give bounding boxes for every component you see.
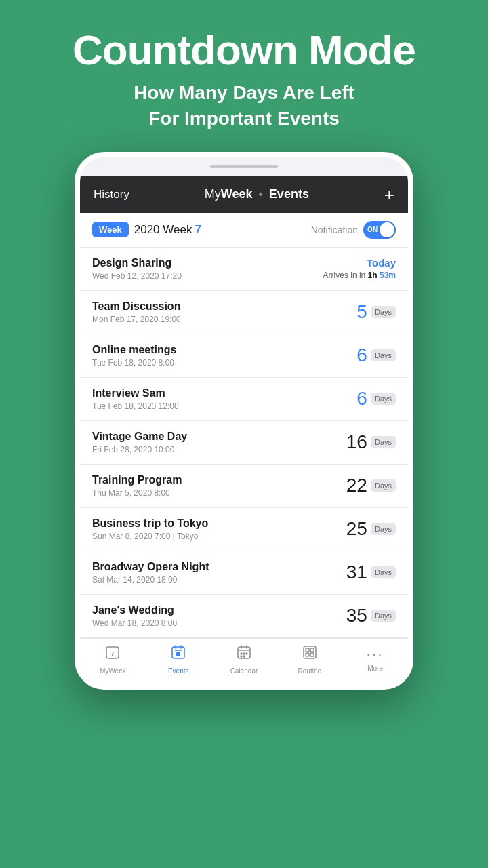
event-date: Mon Feb 17, 2020 19:00 (92, 315, 342, 324)
routine-nav-label: Routine (298, 667, 321, 675)
event-count: 35 (346, 605, 367, 627)
days-badge: Days (371, 306, 396, 318)
event-date: Tue Feb 18, 2020 12:00 (92, 401, 342, 411)
event-right: Today Arrives in in 1h 53m (323, 257, 396, 280)
event-date: Sun Mar 8, 2020 7:00 | Tokyo (92, 532, 342, 541)
svg-rect-14 (310, 653, 314, 656)
event-date: Wed Mar 18, 2020 8:00 (92, 618, 342, 628)
event-name: Training Program (92, 474, 342, 486)
routine-icon (302, 644, 318, 665)
days-badge: Days (371, 436, 396, 448)
toggle-knob (380, 222, 394, 237)
notch-bar (210, 165, 278, 168)
event-right: 5Days (342, 301, 396, 323)
myweek-icon: 7 (104, 644, 121, 665)
event-item[interactable]: Training ProgramThu Mar 5, 2020 8:0022Da… (80, 465, 408, 508)
event-count: 5 (357, 301, 367, 323)
event-left: Online meetingsTue Feb 18, 2020 8:00 (92, 344, 342, 368)
toggle-on-label: ON (367, 226, 378, 233)
myweek-nav-label: MyWeek (100, 667, 126, 675)
nav-item-routine[interactable]: Routine (277, 644, 342, 675)
notification-label: Notification (311, 224, 358, 235)
today-label: Today (323, 257, 396, 269)
nav-item-calendar[interactable]: Calendar (211, 644, 277, 675)
event-left: Vintage Game DayFri Feb 28, 2020 10:00 (92, 431, 342, 454)
event-date: Tue Feb 18, 2020 8:00 (92, 358, 342, 368)
nav-item-events[interactable]: Events (146, 644, 211, 675)
phone-frame: History MyWeek • Events + Week 2020 Week… (75, 152, 413, 690)
event-item[interactable]: Jane's WeddingWed Mar 18, 2020 8:0035Day… (80, 595, 408, 638)
event-right: 31Days (342, 561, 396, 583)
hero-title: Countdown Mode (14, 27, 474, 73)
svg-point-9 (243, 656, 245, 657)
event-item[interactable]: Vintage Game DayFri Feb 28, 2020 10:0016… (80, 421, 408, 465)
event-left: Interview SamTue Feb 18, 2020 12:00 (92, 387, 342, 411)
event-count: 22 (346, 475, 367, 496)
event-count: 6 (357, 388, 367, 410)
event-right: 22Days (342, 475, 396, 496)
week-number: 7 (195, 223, 201, 237)
event-name: Interview Sam (92, 387, 342, 399)
event-left: Training ProgramThu Mar 5, 2020 8:00 (92, 474, 342, 498)
event-count: 31 (346, 561, 367, 583)
event-date: Wed Feb 12, 2020 17:20 (92, 271, 323, 281)
event-left: Broadway Opera NightSat Mar 14, 2020 18:… (92, 561, 342, 585)
add-event-button[interactable]: + (384, 186, 394, 203)
event-right: 6Days (342, 388, 396, 410)
hero-section: Countdown Mode How Many Days Are Left Fo… (0, 0, 488, 145)
event-item[interactable]: Design SharingWed Feb 12, 2020 17:20Toda… (80, 248, 408, 291)
event-name: Jane's Wedding (92, 604, 342, 616)
svg-text:7: 7 (111, 650, 115, 657)
events-icon (170, 644, 186, 665)
event-left: Team DiscussionMon Feb 17, 2020 19:00 (92, 300, 342, 324)
event-date: Fri Feb 28, 2020 10:00 (92, 445, 342, 454)
event-item[interactable]: Online meetingsTue Feb 18, 2020 8:006Day… (80, 334, 408, 378)
event-count: 25 (346, 518, 367, 540)
event-item[interactable]: Team DiscussionMon Feb 17, 2020 19:005Da… (80, 291, 408, 334)
event-right: 25Days (342, 518, 396, 540)
event-name: Online meetings (92, 344, 342, 356)
history-button[interactable]: History (94, 188, 129, 201)
phone-notch (80, 157, 408, 176)
svg-point-7 (246, 653, 247, 654)
arrives-text: Arrives in in 1h 53m (323, 271, 396, 280)
days-badge: Days (371, 566, 396, 578)
app-header: History MyWeek • Events + (80, 176, 408, 213)
more-nav-label: More (367, 665, 383, 672)
days-badge: Days (371, 479, 396, 492)
svg-rect-13 (306, 653, 309, 656)
event-item[interactable]: Interview SamTue Feb 18, 2020 12:006Days (80, 378, 408, 421)
app-title: MyWeek • Events (205, 187, 309, 201)
event-date: Sat Mar 14, 2020 18:00 (92, 575, 342, 585)
event-item[interactable]: Broadway Opera NightSat Mar 14, 2020 18:… (80, 551, 408, 595)
week-bar: Week 2020 Week 7 Notification ON (80, 213, 408, 248)
days-badge: Days (371, 610, 396, 622)
event-name: Broadway Opera Night (92, 561, 342, 573)
event-name: Team Discussion (92, 300, 342, 313)
nav-item-myweek[interactable]: 7 MyWeek (80, 644, 146, 675)
more-icon: ··· (367, 646, 384, 662)
event-name: Vintage Game Day (92, 431, 342, 443)
days-badge: Days (371, 523, 396, 535)
nav-item-more[interactable]: ··· More (342, 646, 408, 672)
svg-rect-11 (306, 648, 309, 652)
event-left: Design SharingWed Feb 12, 2020 17:20 (92, 257, 323, 281)
event-name: Design Sharing (92, 257, 323, 269)
events-list: Design SharingWed Feb 12, 2020 17:20Toda… (80, 248, 408, 638)
svg-point-8 (241, 656, 242, 657)
days-badge: Days (371, 393, 396, 405)
events-nav-label: Events (168, 667, 189, 675)
event-right: 35Days (342, 605, 396, 627)
week-badge[interactable]: Week (92, 222, 129, 237)
event-name: Business trip to Tokyo (92, 517, 342, 530)
notification-section: Notification ON (311, 221, 396, 239)
notification-toggle[interactable]: ON (363, 221, 396, 239)
event-item[interactable]: Business trip to TokyoSun Mar 8, 2020 7:… (80, 508, 408, 551)
event-left: Jane's WeddingWed Mar 18, 2020 8:00 (92, 604, 342, 628)
event-left: Business trip to TokyoSun Mar 8, 2020 7:… (92, 517, 342, 541)
days-badge: Days (371, 349, 396, 361)
svg-rect-3 (176, 652, 180, 656)
event-count: 16 (346, 431, 367, 453)
event-right: 6Days (342, 344, 396, 366)
event-date: Thu Mar 5, 2020 8:00 (92, 488, 342, 498)
